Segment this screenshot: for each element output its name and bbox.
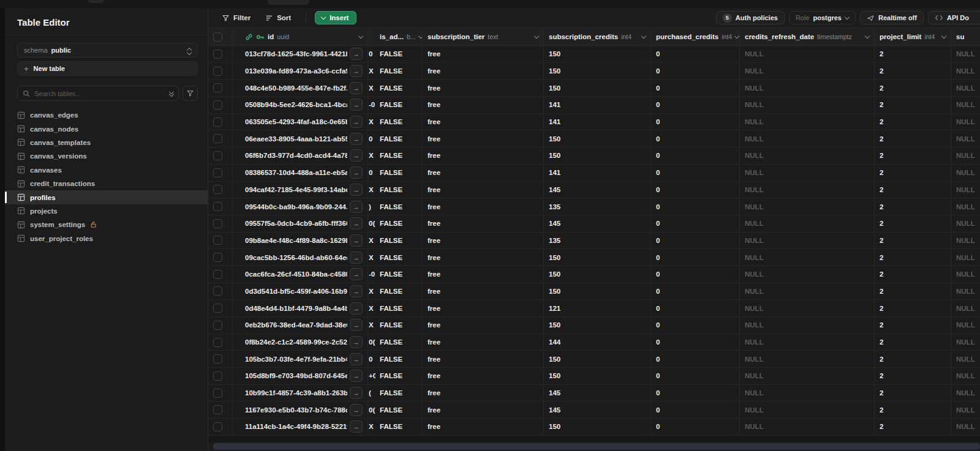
row-checkbox[interactable] xyxy=(213,236,222,245)
sidebar-item-credit_transactions[interactable]: credit_transactions xyxy=(5,177,208,190)
cell-subscription-credits[interactable]: 145 xyxy=(544,182,651,198)
cell-project-limit[interactable]: 2 xyxy=(875,334,951,351)
cell-purchased-credits[interactable]: 0 xyxy=(651,368,740,384)
cell-is-admin[interactable]: 0 FALSE xyxy=(368,46,423,62)
cell-subscription-tier[interactable]: free xyxy=(423,249,544,266)
cell-is-admin[interactable]: -0 FALSE xyxy=(368,266,423,283)
cell-su[interactable]: NULL xyxy=(951,198,980,215)
expand-row-button[interactable]: → xyxy=(350,404,363,416)
cell-id[interactable]: 0eb2b676-38ed-4ea7-9dad-38e6... → xyxy=(233,317,368,334)
cell-subscription-credits[interactable]: 145 xyxy=(544,215,651,232)
cell-id[interactable]: 048c4e50-b989-455e-847e-fb2f... → xyxy=(233,80,368,96)
cell-credits-refresh-date[interactable]: NULL xyxy=(740,233,875,249)
cell-project-limit[interactable]: 2 xyxy=(875,80,951,96)
cell-purchased-credits[interactable]: 0 xyxy=(651,283,740,300)
cell-purchased-credits[interactable]: 0 xyxy=(651,46,740,62)
expand-row-button[interactable]: → xyxy=(350,166,363,179)
cell-purchased-credits[interactable]: 0 xyxy=(651,233,740,249)
cell-is-admin[interactable]: X FALSE xyxy=(368,283,423,300)
cell-is-admin[interactable]: +0 FALSE xyxy=(368,368,423,384)
row-checkbox[interactable] xyxy=(213,405,222,414)
cell-project-limit[interactable]: 2 xyxy=(875,215,951,232)
cell-subscription-credits[interactable]: 150 xyxy=(544,249,651,266)
filter-button[interactable]: Filter xyxy=(216,11,257,24)
cell-id[interactable]: 013cf78d-1625-43fc-9961-442189... → xyxy=(233,46,368,62)
horizontal-scrollbar-thumb[interactable] xyxy=(213,443,980,450)
row-checkbox[interactable] xyxy=(213,304,222,313)
cell-credits-refresh-date[interactable]: NULL xyxy=(740,198,875,215)
cell-su[interactable]: NULL xyxy=(951,130,980,147)
cell-subscription-tier[interactable]: free xyxy=(423,198,544,215)
new-table-button[interactable]: + New table xyxy=(17,61,198,76)
cell-su[interactable]: NULL xyxy=(951,419,980,435)
cell-subscription-credits[interactable]: 150 xyxy=(544,46,651,62)
cell-subscription-tier[interactable]: free xyxy=(423,401,544,418)
select-all-checkbox[interactable] xyxy=(213,32,222,42)
row-checkbox[interactable] xyxy=(213,202,222,211)
cell-subscription-credits[interactable]: 150 xyxy=(544,419,651,435)
cell-project-limit[interactable]: 2 xyxy=(875,97,951,113)
cell-project-limit[interactable]: 2 xyxy=(875,147,951,164)
expand-row-button[interactable]: → xyxy=(350,234,363,247)
cell-project-limit[interactable]: 2 xyxy=(875,114,951,130)
sidebar-item-canvas_edges[interactable]: canvas_edges xyxy=(5,108,208,122)
cell-credits-refresh-date[interactable]: NULL xyxy=(740,249,875,266)
cell-is-admin[interactable]: X FALSE xyxy=(368,317,423,334)
expand-row-button[interactable]: → xyxy=(350,99,363,111)
column-header-project_limit[interactable]: project_limit int4 xyxy=(875,28,951,45)
cell-project-limit[interactable]: 2 xyxy=(875,165,951,181)
cell-is-admin[interactable]: X FALSE xyxy=(368,114,423,130)
row-checkbox[interactable] xyxy=(213,321,222,330)
row-checkbox[interactable] xyxy=(213,286,222,296)
cell-subscription-credits[interactable]: 135 xyxy=(544,233,651,249)
realtime-toggle-button[interactable]: Realtime off xyxy=(860,11,924,24)
sidebar-item-canvases[interactable]: canvases xyxy=(5,163,208,177)
cell-purchased-credits[interactable]: 0 xyxy=(651,147,740,164)
cell-subscription-tier[interactable]: free xyxy=(423,46,544,62)
cell-credits-refresh-date[interactable]: NULL xyxy=(740,351,875,367)
expand-row-button[interactable]: → xyxy=(350,353,363,365)
cell-credits-refresh-date[interactable]: NULL xyxy=(740,46,875,62)
cell-subscription-tier[interactable]: free xyxy=(423,368,544,384)
row-checkbox[interactable] xyxy=(213,338,222,347)
row-checkbox[interactable] xyxy=(213,422,222,431)
expand-row-button[interactable]: → xyxy=(350,82,363,94)
cell-purchased-credits[interactable]: 0 xyxy=(651,182,740,198)
cell-is-admin[interactable]: X FALSE xyxy=(368,80,423,96)
api-docs-button[interactable]: API Do xyxy=(928,11,980,24)
cell-is-admin[interactable]: X FALSE xyxy=(368,233,423,249)
expand-row-button[interactable]: → xyxy=(350,149,363,162)
cell-is-admin[interactable]: 0 FALSE xyxy=(368,351,423,367)
cell-subscription-credits[interactable]: 144 xyxy=(544,334,651,351)
cell-is-admin[interactable]: X FALSE xyxy=(368,300,423,316)
cell-subscription-tier[interactable]: free xyxy=(423,165,544,181)
expand-row-button[interactable]: → xyxy=(350,285,363,297)
cell-subscription-credits[interactable]: 150 xyxy=(544,283,651,300)
cell-subscription-tier[interactable]: free xyxy=(423,351,544,367)
row-checkbox[interactable] xyxy=(213,270,222,279)
expand-row-button[interactable]: → xyxy=(350,133,363,145)
schema-select[interactable]: schema public xyxy=(17,43,198,58)
cell-subscription-tier[interactable]: free xyxy=(423,300,544,316)
cell-subscription-tier[interactable]: free xyxy=(423,317,544,334)
cell-project-limit[interactable]: 2 xyxy=(875,63,951,80)
cell-project-limit[interactable]: 2 xyxy=(875,401,951,418)
cell-is-admin[interactable]: -0 FALSE xyxy=(368,97,423,113)
cell-subscription-tier[interactable]: free xyxy=(423,97,544,113)
cell-id[interactable]: 013e039a-fd89-473a-a3c6-ccfa9... → xyxy=(233,63,368,80)
cell-purchased-credits[interactable]: 0 xyxy=(651,351,740,367)
cell-credits-refresh-date[interactable]: NULL xyxy=(740,114,875,130)
cell-purchased-credits[interactable]: 0 xyxy=(651,97,740,113)
cell-su[interactable]: NULL xyxy=(951,368,980,384)
cell-project-limit[interactable]: 2 xyxy=(875,283,951,300)
cell-id[interactable]: 06eaee33-8905-4aaa-b121-ab552... → xyxy=(233,130,368,147)
cell-id[interactable]: 1167e930-e5b0-43b7-b74c-788c9... → xyxy=(233,401,368,418)
cell-id[interactable]: 11a114cb-1a4c-49f4-9b28-52219ec... → xyxy=(233,419,368,435)
cell-purchased-credits[interactable]: 0 xyxy=(651,334,740,351)
cell-purchased-credits[interactable]: 0 xyxy=(651,401,740,418)
cell-purchased-credits[interactable]: 0 xyxy=(651,130,740,147)
cell-id[interactable]: 0d3d541d-bf5c-459f-a406-16b93... → xyxy=(233,283,368,300)
cell-subscription-credits[interactable]: 150 xyxy=(544,147,651,164)
cell-project-limit[interactable]: 2 xyxy=(875,198,951,215)
cell-su[interactable]: NULL xyxy=(951,46,980,62)
